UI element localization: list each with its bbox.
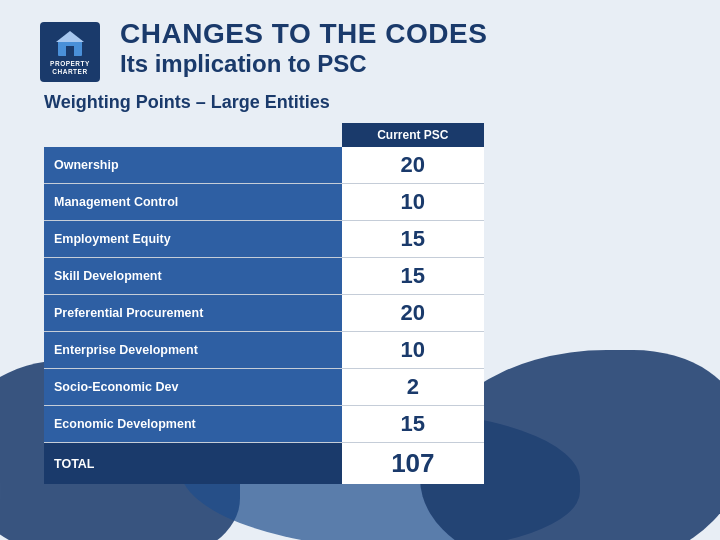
col-header-current-psc: Current PSC — [342, 123, 484, 147]
logo-text: PROPERTY CHARTER — [50, 60, 90, 76]
row-value: 107 — [342, 443, 484, 485]
row-label: Employment Equity — [44, 221, 342, 258]
row-value: 20 — [342, 147, 484, 184]
table-row: Management Control10 — [44, 184, 484, 221]
table-row: Socio-Economic Dev2 — [44, 369, 484, 406]
row-label: Management Control — [44, 184, 342, 221]
svg-rect-2 — [66, 46, 74, 56]
subtitle: Its implication to PSC — [120, 50, 680, 79]
row-label: TOTAL — [44, 443, 342, 485]
table-row: Economic Development15 — [44, 406, 484, 443]
col-header-empty — [44, 123, 342, 147]
row-value: 10 — [342, 184, 484, 221]
table-wrapper: Current PSC Ownership20Management Contro… — [44, 123, 680, 484]
table-row: TOTAL107 — [44, 443, 484, 485]
row-value: 15 — [342, 258, 484, 295]
table-row: Enterprise Development10 — [44, 332, 484, 369]
main-content: PROPERTY CHARTER CHANGES TO THE CODES It… — [0, 0, 720, 494]
row-label: Skill Development — [44, 258, 342, 295]
row-value: 2 — [342, 369, 484, 406]
header-row: PROPERTY CHARTER CHANGES TO THE CODES It… — [40, 18, 680, 82]
row-label: Economic Development — [44, 406, 342, 443]
row-value: 15 — [342, 406, 484, 443]
weighting-table: Current PSC Ownership20Management Contro… — [44, 123, 484, 484]
row-value: 20 — [342, 295, 484, 332]
row-label: Ownership — [44, 147, 342, 184]
row-value: 10 — [342, 332, 484, 369]
row-value: 15 — [342, 221, 484, 258]
title-block: CHANGES TO THE CODES Its implication to … — [120, 18, 680, 79]
row-label: Enterprise Development — [44, 332, 342, 369]
table-row: Ownership20 — [44, 147, 484, 184]
svg-marker-1 — [56, 31, 84, 42]
section-title: Weighting Points – Large Entities — [44, 92, 680, 113]
row-label: Preferential Procurement — [44, 295, 342, 332]
logo: PROPERTY CHARTER — [40, 22, 100, 82]
table-row: Skill Development15 — [44, 258, 484, 295]
row-label: Socio-Economic Dev — [44, 369, 342, 406]
main-title: CHANGES TO THE CODES — [120, 18, 680, 50]
table-row: Employment Equity15 — [44, 221, 484, 258]
table-row: Preferential Procurement20 — [44, 295, 484, 332]
